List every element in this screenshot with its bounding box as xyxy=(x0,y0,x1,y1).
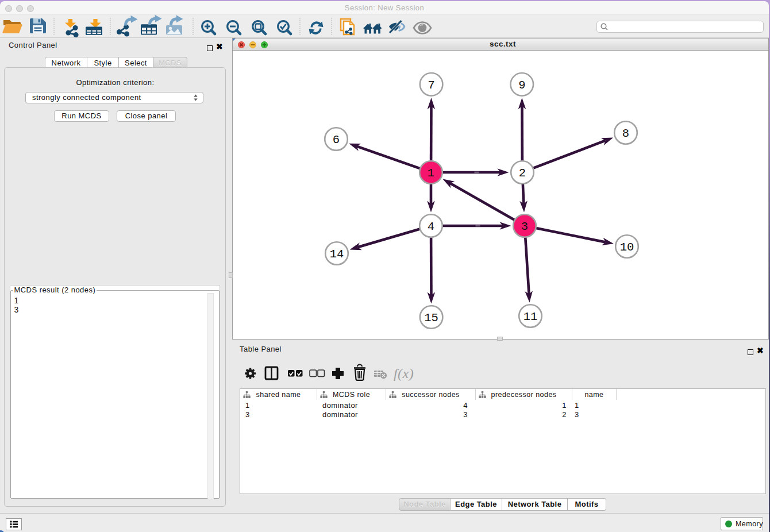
svg-text:3: 3 xyxy=(521,220,528,233)
svg-text:8: 8 xyxy=(622,127,629,140)
svg-text:15: 15 xyxy=(424,311,438,325)
svg-text:1: 1 xyxy=(428,167,434,180)
svg-text:14: 14 xyxy=(330,248,344,261)
svg-text:9: 9 xyxy=(518,79,525,92)
svg-text:10: 10 xyxy=(620,241,634,254)
svg-text:f(x): f(x) xyxy=(394,366,414,381)
svg-text:6: 6 xyxy=(333,133,340,147)
svg-text:11: 11 xyxy=(523,310,538,323)
svg-text:2: 2 xyxy=(519,167,526,180)
svg-text:7: 7 xyxy=(428,79,434,92)
svg-text:4: 4 xyxy=(428,220,434,233)
